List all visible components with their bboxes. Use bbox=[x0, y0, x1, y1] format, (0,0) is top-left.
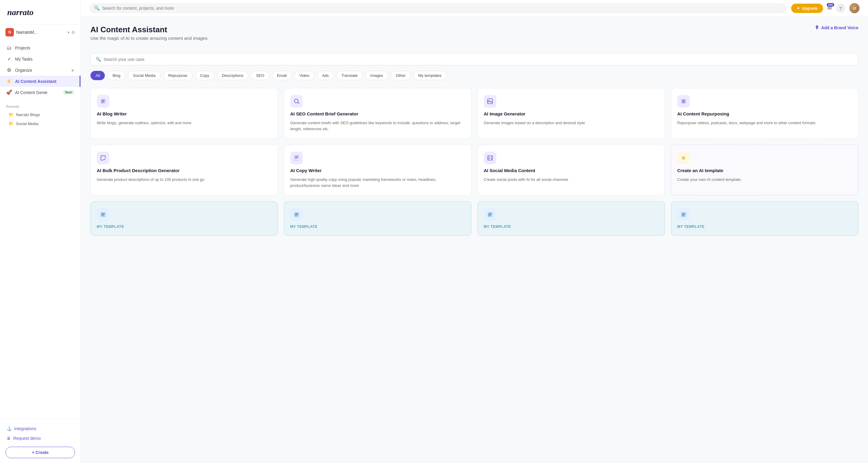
card-icon-ai-image-generator bbox=[484, 95, 496, 107]
svg-rect-3 bbox=[488, 99, 493, 104]
sidebar-item-ai-content-assistant[interactable]: ⚡ AI Content Assistant bbox=[0, 76, 81, 87]
card-title-ai-social-media: AI Social Media Content bbox=[484, 168, 658, 173]
sidebar-item-label: AI Content Genie bbox=[15, 90, 60, 95]
filter-tab-seo[interactable]: SEO bbox=[251, 71, 269, 80]
topbar-right-actions: ✦ Upgrade ✉ 216 ? U bbox=[791, 3, 860, 13]
card-title-ai-content-repurposing: AI Content Repurposing bbox=[677, 111, 852, 116]
filter-tab-my-templates[interactable]: My templates bbox=[413, 71, 447, 80]
recent-item-label: Narrato Blogs bbox=[16, 113, 40, 117]
folder-icon: 📁 bbox=[8, 112, 13, 117]
sidebar-item-label: Organize bbox=[15, 68, 69, 73]
account-switcher[interactable]: N NarratoM... ▾ ⚙ bbox=[0, 24, 81, 40]
card-ai-blog-writer[interactable]: AI Blog Writer Write blogs, generate out… bbox=[90, 88, 278, 138]
content-area: AI Content Assistant Use the magic of AI… bbox=[81, 17, 868, 244]
card-icon-ai-copy-writer bbox=[290, 152, 303, 164]
card-template-card-4[interactable]: MY TEMPLATE bbox=[671, 202, 858, 236]
account-name: NarratoM... bbox=[16, 30, 65, 35]
card-template-card-2[interactable]: MY TEMPLATE bbox=[284, 202, 471, 236]
card-title-ai-seo-brief: AI SEO Content Brief Generator bbox=[290, 111, 465, 116]
use-case-search-input[interactable] bbox=[104, 57, 853, 62]
card-icon-ai-social-media: # bbox=[484, 152, 496, 164]
star-icon: ✦ bbox=[797, 6, 800, 10]
card-desc-ai-blog-writer: Write blogs, generate outlines, optimize… bbox=[97, 120, 272, 126]
tasks-icon: ✓ bbox=[6, 56, 12, 62]
sidebar: narrato N NarratoM... ▾ ⚙ 🗂 Projects ✓ M… bbox=[0, 0, 81, 463]
svg-text:#: # bbox=[489, 157, 490, 159]
help-button[interactable]: ? bbox=[836, 4, 845, 13]
recent-item-social-media[interactable]: 📁 Social Media bbox=[0, 119, 81, 128]
card-icon-ai-content-repurposing bbox=[677, 95, 690, 107]
filter-tab-all[interactable]: All bbox=[90, 71, 105, 80]
card-ai-content-repurposing[interactable]: AI Content Repurposing Repurpose videos,… bbox=[671, 88, 858, 138]
card-create-ai-template[interactable]: Create an AI template Create your own AI… bbox=[671, 145, 858, 195]
notification-badge: 216 bbox=[827, 3, 834, 7]
card-ai-seo-brief[interactable]: AI SEO Content Brief Generator Generate … bbox=[284, 88, 471, 138]
add-brand-voice-button[interactable]: 🎙 Add a Brand Voice bbox=[815, 25, 858, 30]
topbar-search-container: 🔍 bbox=[89, 3, 786, 13]
account-avatar: N bbox=[5, 28, 14, 36]
card-icon-ai-blog-writer bbox=[97, 95, 110, 107]
filter-tab-copy[interactable]: Copy bbox=[195, 71, 214, 80]
filter-tab-ads[interactable]: Ads bbox=[317, 71, 334, 80]
filter-tab-blog[interactable]: Blog bbox=[107, 71, 125, 80]
card-template-card-3[interactable]: MY TEMPLATE bbox=[477, 202, 665, 236]
recents-section: Recents 📁 Narrato Blogs 📁 Social Media bbox=[0, 100, 81, 128]
card-icon-template-card-3 bbox=[484, 208, 496, 221]
sidebar-bottom: ⚓ Integrations 🖥 Request demo + Create bbox=[0, 419, 81, 463]
topbar: 🔍 ✦ Upgrade ✉ 216 ? U bbox=[81, 0, 868, 17]
filter-tab-social-media[interactable]: Social Media bbox=[128, 71, 160, 80]
card-template-card-1[interactable]: MY TEMPLATE bbox=[90, 202, 278, 236]
card-ai-social-media[interactable]: # AI Social Media Content Create social … bbox=[477, 145, 665, 195]
card-icon-create-ai-template bbox=[677, 152, 690, 164]
card-icon-template-card-4 bbox=[677, 208, 690, 221]
organize-icon: ⚙ bbox=[6, 67, 12, 73]
sidebar-logo: narrato bbox=[0, 0, 81, 24]
recent-item-label: Social Media bbox=[16, 121, 38, 126]
cards-grid: AI Blog Writer Write blogs, generate out… bbox=[90, 88, 858, 236]
rocket-icon: 🚀 bbox=[6, 90, 12, 95]
monitor-icon: 🖥 bbox=[7, 436, 11, 441]
template-label: MY TEMPLATE bbox=[97, 224, 272, 229]
card-title-ai-image-generator: AI Image Generator bbox=[484, 111, 658, 116]
filter-tab-video[interactable]: Video bbox=[294, 71, 314, 80]
card-icon-template-card-2 bbox=[290, 208, 303, 221]
topbar-search-input[interactable] bbox=[102, 6, 781, 10]
template-label: MY TEMPLATE bbox=[484, 224, 658, 229]
sidebar-item-projects[interactable]: 🗂 Projects bbox=[0, 42, 81, 53]
sidebar-item-my-tasks[interactable]: ✓ My Tasks bbox=[0, 53, 81, 64]
search-icon: 🔍 bbox=[94, 5, 100, 11]
card-icon-ai-bulk-product bbox=[97, 152, 110, 164]
filter-tab-descriptions[interactable]: Descriptions bbox=[217, 71, 249, 80]
card-ai-image-generator[interactable]: AI Image Generator Generate images based… bbox=[477, 88, 665, 138]
chevron-down-icon[interactable]: ▾ bbox=[67, 30, 70, 35]
filter-tab-translate[interactable]: Translate bbox=[336, 71, 363, 80]
card-desc-ai-image-generator: Generate images based on a description a… bbox=[484, 120, 658, 126]
sidebar-item-label: My Tasks bbox=[15, 57, 74, 61]
anchor-icon: ⚓ bbox=[7, 426, 12, 431]
user-avatar[interactable]: U bbox=[849, 3, 860, 13]
sidebar-item-organize[interactable]: ⚙ Organize ▶ bbox=[0, 64, 81, 76]
notifications-button[interactable]: ✉ 216 bbox=[827, 5, 832, 11]
integrations-link[interactable]: ⚓ Integrations bbox=[5, 424, 75, 433]
sidebar-navigation: 🗂 Projects ✓ My Tasks ⚙ Organize ▶ ⚡ AI … bbox=[0, 40, 81, 100]
card-desc-ai-social-media: Create social posts with AI for all soci… bbox=[484, 177, 658, 183]
sidebar-item-ai-content-genie[interactable]: 🚀 AI Content Genie New! bbox=[0, 87, 81, 98]
filter-tab-other[interactable]: Other bbox=[391, 71, 411, 80]
request-demo-link[interactable]: 🖥 Request demo bbox=[5, 433, 75, 443]
upgrade-button[interactable]: ✦ Upgrade bbox=[791, 4, 823, 13]
card-icon-ai-seo-brief bbox=[290, 95, 303, 107]
card-ai-bulk-product[interactable]: AI Bulk Product Description Generator Ge… bbox=[90, 145, 278, 195]
card-desc-ai-bulk-product: Generate product descriptions of up to 1… bbox=[97, 177, 272, 183]
card-desc-ai-copy-writer: Generate high quality copy using popular… bbox=[290, 177, 465, 188]
filter-tab-email[interactable]: Email bbox=[272, 71, 292, 80]
create-button[interactable]: + Create bbox=[5, 447, 75, 458]
recent-item-narrato-blogs[interactable]: 📁 Narrato Blogs bbox=[0, 110, 81, 119]
folder-icon: 📁 bbox=[8, 121, 13, 126]
card-ai-copy-writer[interactable]: AI Copy Writer Generate high quality cop… bbox=[284, 145, 471, 195]
chevron-right-icon: ▶ bbox=[72, 68, 74, 72]
template-label: MY TEMPLATE bbox=[677, 224, 852, 229]
settings-icon[interactable]: ⚙ bbox=[71, 30, 75, 35]
filter-tab-images[interactable]: Images bbox=[365, 71, 389, 80]
filter-tab-repurpose[interactable]: Repurpose bbox=[163, 71, 193, 80]
search-icon: 🔍 bbox=[96, 57, 101, 62]
